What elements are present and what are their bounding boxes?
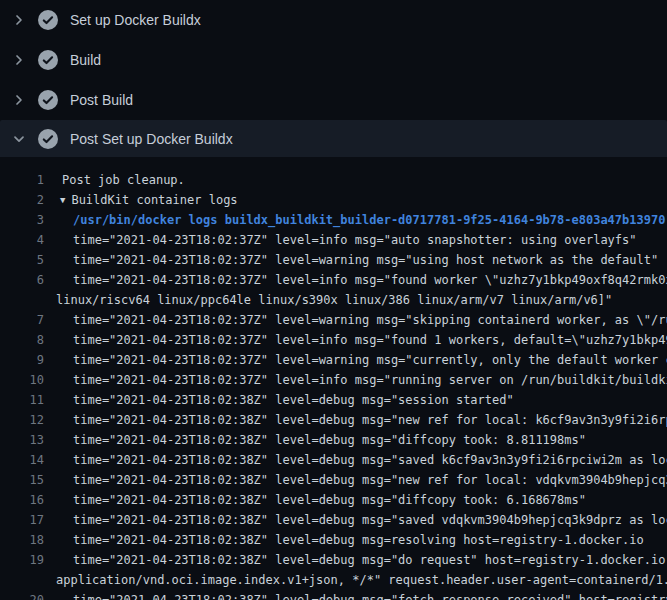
log-line-number[interactable]: 2 bbox=[0, 190, 44, 210]
log-line-number[interactable]: 5 bbox=[0, 250, 44, 270]
log-line: 18 time="2021-04-23T18:02:38Z" level=deb… bbox=[0, 530, 667, 550]
log-line-number[interactable]: 12 bbox=[0, 410, 44, 430]
log-line: 11 time="2021-04-23T18:02:38Z" level=deb… bbox=[0, 390, 667, 410]
log-line-number[interactable]: 19 bbox=[0, 550, 44, 570]
log-line-number bbox=[0, 570, 44, 590]
step-label: Build bbox=[70, 50, 101, 70]
log-line-text: time="2021-04-23T18:02:38Z" level=debug … bbox=[73, 430, 586, 450]
log-line-number[interactable]: 7 bbox=[0, 310, 44, 330]
step-header[interactable]: Set up Docker Buildx bbox=[0, 0, 667, 40]
log-line-number[interactable]: 9 bbox=[0, 350, 44, 370]
log-line-text: time="2021-04-23T18:02:37Z" level=warnin… bbox=[73, 310, 667, 330]
log-line-text: time="2021-04-23T18:02:37Z" level=warnin… bbox=[73, 350, 667, 370]
step-header[interactable]: Build bbox=[0, 40, 667, 80]
log-line-number[interactable]: 1 bbox=[0, 170, 44, 190]
log-line-text: time="2021-04-23T18:02:38Z" level=debug … bbox=[73, 470, 667, 490]
log-line-number[interactable]: 15 bbox=[0, 470, 44, 490]
log-line-number[interactable]: 16 bbox=[0, 490, 44, 510]
log-line-text: time="2021-04-23T18:02:38Z" level=debug … bbox=[73, 490, 586, 510]
log-line-text: time="2021-04-23T18:02:37Z" level=warnin… bbox=[73, 250, 658, 270]
log-line-text: time="2021-04-23T18:02:38Z" level=debug … bbox=[73, 590, 667, 600]
log-line-text: Post job cleanup. bbox=[62, 170, 185, 190]
log-line-text: time="2021-04-23T18:02:38Z" level=debug … bbox=[73, 530, 644, 550]
log-line: 16 time="2021-04-23T18:02:38Z" level=deb… bbox=[0, 490, 667, 510]
log-line-number[interactable]: 8 bbox=[0, 330, 44, 350]
log-line-number[interactable]: 14 bbox=[0, 450, 44, 470]
chevron-right-icon[interactable] bbox=[12, 93, 26, 107]
log-line-text: ▼BuildKit container logs bbox=[60, 190, 238, 210]
log-line: 2 ▼BuildKit container logs bbox=[0, 190, 667, 210]
log-line: 9 time="2021-04-23T18:02:37Z" level=warn… bbox=[0, 350, 667, 370]
log-line: 8 time="2021-04-23T18:02:37Z" level=info… bbox=[0, 330, 667, 350]
log-line-number[interactable]: 10 bbox=[0, 370, 44, 390]
step-label: Post Set up Docker Buildx bbox=[70, 129, 233, 149]
log-line-number[interactable]: 17 bbox=[0, 510, 44, 530]
log-line-text: time="2021-04-23T18:02:37Z" level=info m… bbox=[73, 370, 667, 390]
group-toggle-icon[interactable]: ▼ bbox=[60, 190, 65, 210]
log-group-label[interactable]: BuildKit container logs bbox=[71, 193, 237, 207]
log-line-text: time="2021-04-23T18:02:38Z" level=debug … bbox=[73, 410, 667, 430]
step-header[interactable]: Post Build bbox=[0, 80, 667, 120]
step-label: Set up Docker Buildx bbox=[70, 10, 201, 30]
log-line: 10 time="2021-04-23T18:02:37Z" level=inf… bbox=[0, 370, 667, 390]
log-line: 7 time="2021-04-23T18:02:37Z" level=warn… bbox=[0, 310, 667, 330]
log-line-number[interactable]: 3 bbox=[0, 210, 44, 230]
log-line-number[interactable]: 11 bbox=[0, 390, 44, 410]
step-success-icon bbox=[38, 10, 58, 30]
log-line: 13 time="2021-04-23T18:02:38Z" level=deb… bbox=[0, 430, 667, 450]
log-line-number[interactable]: 4 bbox=[0, 230, 44, 250]
log-line-text: time="2021-04-23T18:02:38Z" level=debug … bbox=[73, 450, 667, 470]
log-viewer: 1 Post job cleanup. 2 ▼BuildKit containe… bbox=[0, 157, 667, 600]
log-line: 5 time="2021-04-23T18:02:37Z" level=warn… bbox=[0, 250, 667, 270]
log-line-text: time="2021-04-23T18:02:38Z" level=debug … bbox=[73, 510, 667, 530]
log-line-number[interactable]: 13 bbox=[0, 430, 44, 450]
chevron-right-icon[interactable] bbox=[12, 53, 26, 67]
chevron-down-icon[interactable] bbox=[12, 132, 26, 146]
log-line-number[interactable]: 20 bbox=[0, 590, 44, 600]
log-line: 12 time="2021-04-23T18:02:38Z" level=deb… bbox=[0, 410, 667, 430]
log-line-text: time="2021-04-23T18:02:37Z" level=info m… bbox=[73, 330, 667, 350]
chevron-right-icon[interactable] bbox=[12, 13, 26, 27]
log-line-number[interactable]: 18 bbox=[0, 530, 44, 550]
log-command-text: /usr/bin/docker logs buildx_buildkit_bui… bbox=[73, 210, 665, 230]
log-line: 6 time="2021-04-23T18:02:37Z" level=info… bbox=[0, 270, 667, 290]
step-label: Post Build bbox=[70, 90, 133, 110]
step-success-icon bbox=[38, 50, 58, 70]
step-list: Set up Docker Buildx Build Post Build bbox=[0, 0, 667, 157]
step-success-icon bbox=[38, 129, 58, 149]
step-success-icon bbox=[38, 90, 58, 110]
log-line: linux/riscv64 linux/ppc64le linux/s390x … bbox=[0, 290, 667, 310]
log-line: 1 Post job cleanup. bbox=[0, 170, 667, 190]
log-line: 19 time="2021-04-23T18:02:38Z" level=deb… bbox=[0, 550, 667, 570]
log-line-text: time="2021-04-23T18:02:37Z" level=info m… bbox=[73, 270, 667, 290]
log-line-text: time="2021-04-23T18:02:38Z" level=debug … bbox=[73, 550, 667, 570]
log-line: application/vnd.oci.image.index.v1+json,… bbox=[0, 570, 667, 590]
log-line: 14 time="2021-04-23T18:02:38Z" level=deb… bbox=[0, 450, 667, 470]
log-line: 17 time="2021-04-23T18:02:38Z" level=deb… bbox=[0, 510, 667, 530]
log-line-text: linux/riscv64 linux/ppc64le linux/s390x … bbox=[56, 290, 612, 310]
log-line: 3 /usr/bin/docker logs buildx_buildkit_b… bbox=[0, 210, 667, 230]
log-line-number[interactable]: 6 bbox=[0, 270, 44, 290]
log-line-text: time="2021-04-23T18:02:38Z" level=debug … bbox=[73, 390, 514, 410]
log-line: 20 time="2021-04-23T18:02:38Z" level=deb… bbox=[0, 590, 667, 600]
log-line-text: application/vnd.oci.image.index.v1+json,… bbox=[56, 570, 667, 590]
log-line-number bbox=[0, 290, 44, 310]
log-line-text: time="2021-04-23T18:02:37Z" level=info m… bbox=[73, 230, 637, 250]
step-header[interactable]: Post Set up Docker Buildx bbox=[0, 120, 667, 157]
log-line: 4 time="2021-04-23T18:02:37Z" level=info… bbox=[0, 230, 667, 250]
log-line: 15 time="2021-04-23T18:02:38Z" level=deb… bbox=[0, 470, 667, 490]
